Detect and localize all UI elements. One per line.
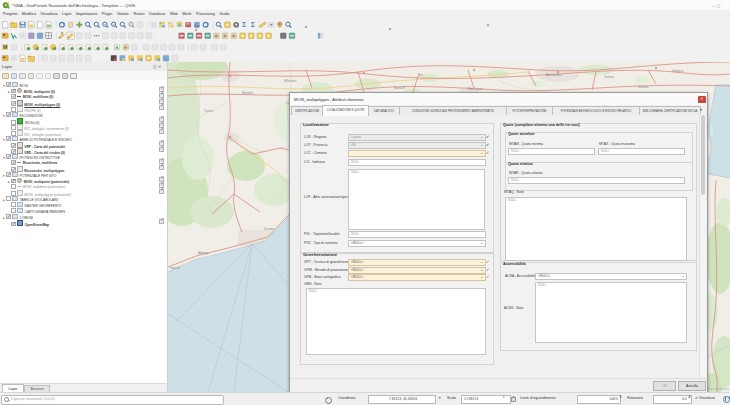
svg-text:Alessandria: Alessandria — [546, 73, 562, 77]
svg-text:Voghera: Voghera — [672, 69, 684, 73]
svg-text:Novi Ligure: Novi Ligure — [468, 87, 484, 91]
svg-text:Savona: Savona — [264, 227, 275, 231]
svg-text:Mondovì: Mondovì — [242, 91, 254, 95]
svg-text:M: M — [3, 44, 7, 50]
svg-text:Σ: Σ — [251, 21, 255, 28]
svg-text:Tortona: Tortona — [604, 75, 614, 79]
svg-text:Σ: Σ — [242, 21, 246, 28]
svg-text:Imperia: Imperia — [170, 266, 180, 270]
svg-text:Millesimo: Millesimo — [284, 79, 297, 83]
svg-text:Genova: Genova — [638, 85, 649, 89]
svg-text:Asti: Asti — [418, 73, 423, 77]
svg-text:Nizza M.: Nizza M. — [394, 86, 406, 90]
svg-text:Cuneo: Cuneo — [204, 109, 213, 113]
svg-text:Albenga: Albenga — [198, 251, 209, 255]
